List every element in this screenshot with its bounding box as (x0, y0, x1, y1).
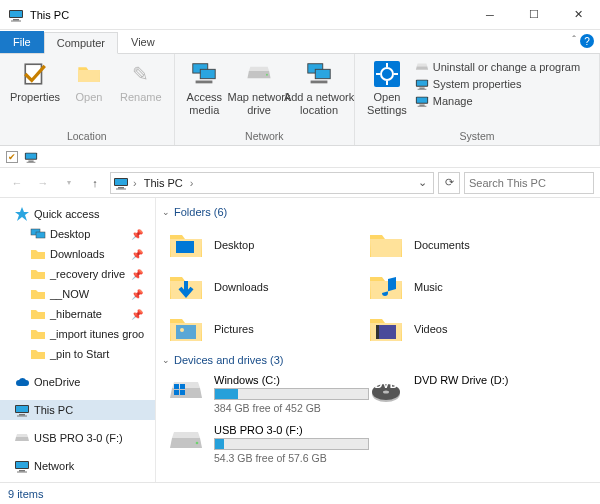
tree-pin-start[interactable]: _pin to Start (0, 344, 155, 364)
forward-button[interactable]: → (32, 172, 54, 194)
uninstall-link[interactable]: Uninstall or change a program (415, 60, 580, 74)
recent-button[interactable]: ▾ (58, 172, 80, 194)
status-bar: 9 items (0, 482, 600, 504)
pc-icon (113, 175, 129, 191)
status-text: 9 items (8, 488, 43, 500)
folder-icon (368, 227, 404, 263)
tree-downloads[interactable]: Downloads📌 (0, 244, 155, 264)
folder-item[interactable]: Videos (364, 308, 564, 350)
ribbon-group-system: Open Settings Uninstall or change a prog… (355, 54, 600, 145)
chevron-right-icon[interactable]: › (190, 177, 194, 189)
folder-item[interactable]: Pictures (164, 308, 364, 350)
tree-recovery[interactable]: _recovery drive📌 (0, 264, 155, 284)
window-title: This PC (30, 9, 468, 21)
close-button[interactable]: ✕ (556, 1, 600, 29)
option-bar: ✔ (0, 146, 600, 168)
tab-view[interactable]: View (118, 31, 168, 53)
tab-computer[interactable]: Computer (44, 32, 118, 54)
folders-header[interactable]: ⌄Folders (6) (162, 206, 592, 218)
folder-label: Pictures (214, 323, 254, 335)
tree-this-pc[interactable]: This PC (0, 400, 155, 420)
help-icon[interactable]: ? (580, 34, 594, 48)
svg-rect-26 (176, 325, 196, 339)
chevron-down-icon: ⌄ (162, 355, 170, 365)
select-all-checkbox[interactable]: ✔ (6, 151, 18, 163)
computer-icon (24, 150, 38, 164)
search-box[interactable]: 🔍 (464, 172, 594, 194)
folder-icon (368, 269, 404, 305)
folder-item[interactable]: Desktop (164, 224, 364, 266)
tree-onedrive[interactable]: OneDrive (0, 372, 155, 392)
drive-icon (168, 374, 204, 410)
capacity-bar (214, 438, 369, 450)
folder-label: Videos (414, 323, 447, 335)
address-bar: ← → ▾ ↑ › This PC › ⌄ ⟳ 🔍 (0, 168, 600, 198)
drive-free: 54.3 GB free of 57.6 GB (214, 452, 369, 464)
drive-item[interactable]: USB PRO 3-0 (F:)54.3 GB free of 57.6 GB (164, 422, 364, 466)
folder-label: Documents (414, 239, 470, 251)
tree-hibernate[interactable]: _hibernate📌 (0, 304, 155, 324)
drive-item[interactable]: DVD RW Drive (D:) (364, 372, 564, 416)
folder-label: Desktop (214, 239, 254, 251)
folder-item[interactable]: Music (364, 266, 564, 308)
svg-rect-29 (376, 325, 379, 339)
tree-import[interactable]: _import itunes groo (0, 324, 155, 344)
tree-quick-access[interactable]: Quick access (0, 204, 155, 224)
tab-file[interactable]: File (0, 31, 44, 53)
folder-item[interactable]: Documents (364, 224, 564, 266)
search-input[interactable] (469, 177, 600, 189)
ribbon-group-location: Properties Open ✎Rename Location (0, 54, 175, 145)
pin-icon: 📌 (131, 229, 143, 240)
access-media-button[interactable]: Access media (181, 56, 228, 128)
drive-item[interactable]: Windows (C:)384 GB free of 452 GB (164, 372, 364, 416)
up-button[interactable]: ↑ (84, 172, 106, 194)
open-button: Open (66, 56, 112, 128)
pin-icon: 📌 (131, 289, 143, 300)
capacity-bar (214, 388, 369, 400)
chevron-down-icon: ⌄ (162, 207, 170, 217)
manage-link[interactable]: Manage (415, 94, 580, 108)
content-pane[interactable]: ⌄Folders (6) DesktopDocumentsDownloadsMu… (156, 198, 600, 482)
folder-label: Music (414, 281, 443, 293)
drive-icon (168, 424, 204, 460)
pin-icon: 📌 (131, 269, 143, 280)
folder-icon (168, 269, 204, 305)
map-drive-button[interactable]: Map network drive (230, 56, 288, 128)
open-settings-button[interactable]: Open Settings (361, 56, 413, 128)
tree-network[interactable]: Network (0, 456, 155, 476)
system-properties-link[interactable]: System properties (415, 77, 580, 91)
minimize-button[interactable]: ─ (468, 1, 512, 29)
chevron-right-icon[interactable]: › (133, 177, 137, 189)
breadcrumb[interactable]: › This PC › ⌄ (110, 172, 434, 194)
tree-now[interactable]: __NOW📌 (0, 284, 155, 304)
drives-header[interactable]: ⌄Devices and drives (3) (162, 354, 592, 366)
tree-usb[interactable]: USB PRO 3-0 (F:) (0, 428, 155, 448)
drive-free: 384 GB free of 452 GB (214, 402, 369, 414)
nav-tree[interactable]: Quick access Desktop📌 Downloads📌 _recove… (0, 198, 156, 482)
folder-icon (368, 311, 404, 347)
svg-point-27 (180, 328, 184, 332)
folder-icon (168, 311, 204, 347)
collapse-ribbon-icon[interactable]: ˆ (572, 34, 576, 46)
ribbon-tabs: File Computer View ˆ ? (0, 30, 600, 54)
drive-label: Windows (C:) (214, 374, 369, 386)
refresh-button[interactable]: ⟳ (438, 172, 460, 194)
svg-rect-25 (176, 241, 194, 253)
ribbon: Properties Open ✎Rename Location Access … (0, 54, 600, 146)
folder-item[interactable]: Downloads (164, 266, 364, 308)
add-network-button[interactable]: Add a network location (290, 56, 348, 128)
tree-desktop[interactable]: Desktop📌 (0, 224, 155, 244)
properties-button[interactable]: Properties (6, 56, 64, 128)
maximize-button[interactable]: ☐ (512, 1, 556, 29)
folder-icon (168, 227, 204, 263)
title-bar: This PC ─ ☐ ✕ (0, 0, 600, 30)
address-dropdown[interactable]: ⌄ (414, 176, 431, 189)
back-button[interactable]: ← (6, 172, 28, 194)
rename-button: ✎Rename (114, 56, 168, 128)
ribbon-group-network: Access media Map network drive Add a net… (175, 54, 355, 145)
folder-label: Downloads (214, 281, 268, 293)
app-icon (8, 7, 24, 23)
breadcrumb-root[interactable]: This PC (141, 176, 186, 190)
drive-icon (368, 374, 404, 410)
drive-label: USB PRO 3-0 (F:) (214, 424, 369, 436)
